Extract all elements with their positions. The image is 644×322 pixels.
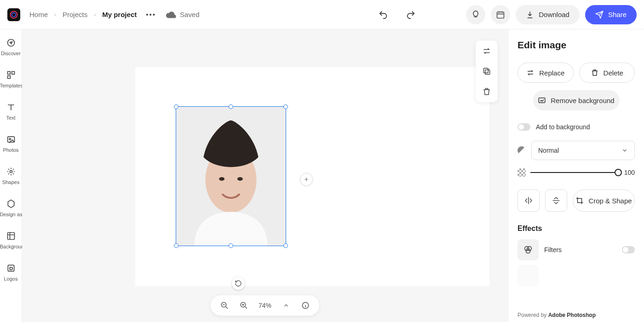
resize-handle[interactable] — [174, 243, 178, 248]
rail-design-assets[interactable]: Design assets — [0, 199, 22, 217]
rail-label: Photos — [0, 147, 22, 153]
selected-image[interactable] — [176, 106, 286, 246]
rotate-handle[interactable] — [232, 277, 245, 290]
add-element-button[interactable] — [300, 173, 313, 186]
resize-handle[interactable] — [229, 243, 233, 248]
breadcrumb-current[interactable]: My project — [102, 11, 137, 18]
svg-rect-16 — [485, 70, 490, 75]
canvas-area[interactable]: 74% — [22, 29, 508, 322]
rail-backgrounds[interactable]: Backgrounds — [0, 231, 22, 249]
zoom-out-button[interactable] — [220, 301, 229, 310]
remove-background-button[interactable]: Remove background — [533, 90, 620, 110]
effect-filters-row[interactable]: Filters — [518, 239, 635, 260]
rail-templates[interactable]: Templates — [0, 70, 22, 88]
rail-discover[interactable]: Discover — [0, 38, 22, 56]
rail-photos[interactable]: Photos — [0, 134, 22, 153]
rail-text[interactable]: Text — [0, 102, 22, 121]
duplicate-icon[interactable] — [482, 66, 492, 76]
svg-point-14 — [219, 177, 224, 181]
svg-rect-17 — [483, 68, 488, 73]
redo-button[interactable] — [401, 5, 420, 24]
svg-rect-6 — [7, 76, 10, 79]
svg-point-15 — [237, 177, 243, 181]
svg-rect-11 — [8, 265, 14, 271]
svg-rect-4 — [7, 72, 10, 75]
canvas-quick-tools — [476, 40, 498, 102]
zoom-level: 74% — [259, 302, 271, 309]
share-label: Share — [608, 11, 627, 18]
filters-toggle[interactable] — [622, 246, 635, 253]
effect-icon — [518, 265, 539, 286]
resize-handle[interactable] — [229, 104, 233, 109]
chevron-right-icon: › — [94, 12, 96, 18]
text-icon — [6, 102, 16, 112]
crop-shape-button[interactable]: Crop & Shape — [573, 190, 635, 212]
svg-point-8 — [9, 138, 10, 140]
chevron-down-icon — [621, 147, 628, 154]
replace-button[interactable]: Replace — [518, 63, 574, 83]
download-icon — [526, 11, 534, 19]
breadcrumb-projects[interactable]: Projects — [63, 11, 87, 18]
undo-button[interactable] — [374, 5, 393, 24]
breadcrumb-more-button[interactable]: ••• — [146, 11, 156, 18]
flip-horizontal-button[interactable] — [518, 190, 540, 212]
zoom-menu-button[interactable] — [282, 301, 291, 310]
blend-mode-value: Normal — [538, 147, 559, 154]
breadcrumb-home[interactable]: Home — [29, 11, 48, 18]
cloud-icon — [166, 11, 176, 18]
save-status: Saved — [166, 11, 200, 18]
top-bar: Home › Projects › My project ••• Saved — [0, 0, 644, 29]
effects-heading: Effects — [518, 224, 635, 233]
hints-button[interactable] — [466, 5, 485, 24]
filters-icon — [518, 239, 539, 260]
filters-label: Filters — [544, 246, 616, 253]
trash-icon[interactable] — [482, 86, 492, 97]
effect-row-placeholder — [518, 265, 635, 286]
breadcrumb: Home › Projects › My project ••• — [29, 11, 156, 18]
download-button[interactable]: Download — [516, 5, 580, 24]
rail-label: Logos — [0, 276, 22, 282]
svg-rect-21 — [539, 98, 546, 103]
rail-label: Discover — [0, 51, 22, 56]
calendar-button[interactable] — [491, 5, 510, 24]
templates-icon — [6, 70, 16, 80]
download-label: Download — [539, 11, 569, 18]
info-button[interactable] — [301, 301, 310, 310]
app-logo[interactable] — [7, 8, 20, 21]
rail-label: Design assets — [0, 212, 22, 217]
resize-handle[interactable] — [174, 104, 178, 109]
resize-handle[interactable] — [283, 104, 288, 109]
right-panel: Edit image Replace Delete Remove backgro… — [508, 29, 644, 322]
rail-label: Shapes — [0, 179, 22, 185]
svg-point-0 — [11, 11, 17, 18]
zoom-in-button[interactable] — [239, 301, 248, 310]
svg-rect-10 — [7, 233, 14, 240]
trash-icon — [591, 69, 599, 77]
logos-icon — [6, 263, 16, 273]
zoom-bar: 74% — [211, 295, 319, 316]
svg-rect-5 — [12, 72, 14, 75]
photos-icon — [6, 134, 16, 144]
slider-knob[interactable] — [615, 169, 622, 176]
assets-icon — [6, 199, 16, 209]
svg-rect-2 — [497, 12, 504, 18]
rail-shapes[interactable]: Shapes — [0, 167, 22, 185]
delete-button[interactable]: Delete — [579, 63, 635, 83]
rail-label: Text — [0, 115, 22, 121]
swap-icon[interactable] — [482, 46, 492, 56]
crop-icon — [575, 196, 584, 205]
compass-icon — [6, 38, 16, 48]
share-button[interactable]: Share — [585, 5, 637, 24]
resize-handle[interactable] — [283, 243, 288, 248]
svg-point-1 — [12, 12, 16, 16]
blend-mode-select[interactable]: Normal — [531, 141, 635, 160]
svg-point-3 — [7, 40, 14, 46]
shapes-icon — [6, 167, 16, 177]
flip-vertical-button[interactable] — [545, 190, 567, 212]
add-to-background-toggle[interactable] — [518, 123, 530, 131]
delete-label: Delete — [604, 69, 623, 77]
panel-title: Edit image — [518, 40, 635, 51]
rail-logos[interactable]: Logos — [0, 263, 22, 282]
blend-mode-icon — [518, 146, 526, 155]
opacity-slider[interactable] — [530, 172, 618, 173]
